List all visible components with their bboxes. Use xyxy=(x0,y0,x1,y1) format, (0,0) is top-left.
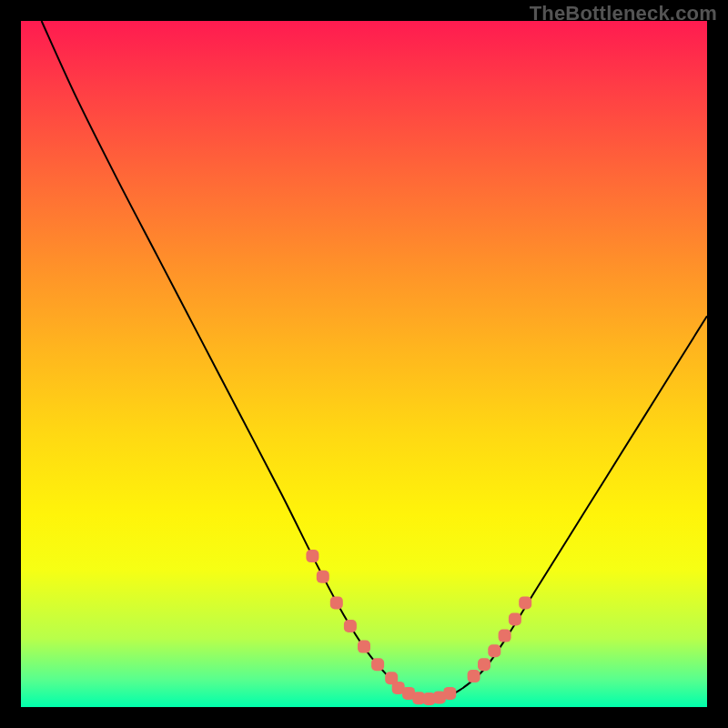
curve-marker xyxy=(488,644,500,657)
curve-markers xyxy=(306,550,531,705)
curve-marker xyxy=(468,670,480,682)
curve-left-line xyxy=(42,21,420,700)
curve-marker xyxy=(330,596,343,609)
curve-right-line xyxy=(419,316,707,700)
bottleneck-curve-chart xyxy=(21,21,707,707)
curve-marker xyxy=(519,596,531,609)
curve-marker xyxy=(358,641,370,653)
curve-marker xyxy=(443,687,456,700)
curve-marker xyxy=(317,571,329,583)
curve-marker xyxy=(306,550,318,562)
curve-marker xyxy=(478,658,490,671)
curve-marker xyxy=(371,658,384,671)
curve-marker xyxy=(509,613,521,626)
curve-marker xyxy=(344,620,357,632)
curve-marker xyxy=(499,630,511,642)
